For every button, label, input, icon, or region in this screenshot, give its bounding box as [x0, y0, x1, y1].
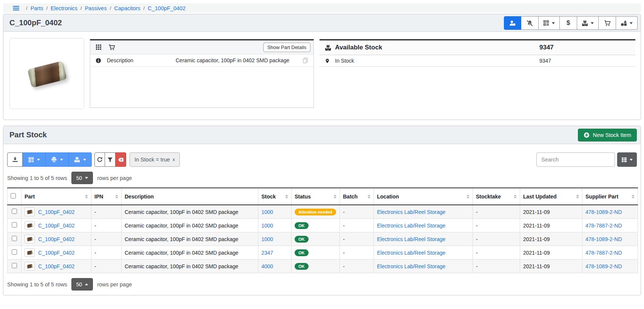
batch-cell: - — [340, 246, 374, 260]
breadcrumb-link-electronics[interactable]: Electronics — [51, 5, 77, 11]
last-updated-cell: 2021-11-09 — [520, 260, 582, 273]
filter-chip-remove[interactable]: x — [173, 157, 175, 162]
barcode-actions-button[interactable] — [539, 16, 560, 30]
print-dropdown-button[interactable] — [46, 152, 69, 167]
toolbar-filter-group — [94, 152, 126, 167]
row-checkbox[interactable] — [12, 236, 17, 241]
stock-link[interactable]: 2347 — [261, 250, 273, 256]
supplier-part-link[interactable]: 478-1089-2-ND — [585, 209, 622, 215]
page-size-button[interactable]: 50 — [71, 278, 93, 291]
sort-icon — [85, 195, 88, 198]
breadcrumb-link-current-part[interactable]: C_100pF_0402 — [148, 5, 185, 11]
filter-chip-in-stock[interactable]: In Stock = true x — [130, 152, 180, 167]
supplier-part-link[interactable]: 478-1089-2-ND — [585, 263, 622, 269]
breadcrumb-separator: / — [144, 5, 145, 11]
batch-cell: - — [340, 219, 374, 232]
bell-slash-icon — [527, 20, 533, 26]
clear-filters-button[interactable] — [116, 152, 126, 167]
info-icon — [96, 58, 107, 63]
part-actions-button[interactable] — [616, 16, 638, 30]
batch-cell: - — [340, 205, 374, 219]
stock-link[interactable]: 1000 — [261, 209, 273, 215]
location-link[interactable]: Electronics Lab/Reel Storage — [377, 263, 445, 269]
status-badge: OK — [295, 222, 309, 229]
part-link[interactable]: C_100pF_0402 — [38, 250, 75, 256]
select-all-header[interactable] — [8, 188, 22, 205]
show-part-details-button[interactable]: Show Part Details — [263, 43, 310, 52]
supplier-part-link[interactable]: 478-1089-2-ND — [585, 236, 622, 242]
column-header-part[interactable]: Part — [22, 188, 91, 205]
location-link[interactable]: Electronics Lab/Reel Storage — [377, 209, 445, 215]
chevron-down-icon — [83, 159, 86, 161]
stock-link[interactable]: 1000 — [261, 236, 273, 242]
row-checkbox[interactable] — [12, 249, 17, 255]
breadcrumb-link-parts[interactable]: Parts — [31, 5, 43, 11]
column-header-status[interactable]: Status — [292, 188, 340, 205]
page-size-button[interactable]: 50 — [71, 172, 93, 184]
column-header-ipn[interactable]: IPN — [91, 188, 122, 205]
column-header-description[interactable]: Description — [122, 188, 258, 205]
search-input[interactable] — [536, 152, 615, 167]
column-header-location[interactable]: Location — [374, 188, 473, 205]
location-link[interactable]: Electronics Lab/Reel Storage — [377, 223, 445, 229]
available-stock-panel: Available Stock 9347 In Stock 9347 — [320, 39, 635, 67]
printer-icon — [51, 157, 57, 163]
stocktake-cell: - — [473, 232, 520, 246]
shopping-cart-icon[interactable] — [108, 44, 115, 51]
grid-icon[interactable] — [96, 44, 102, 50]
part-link[interactable]: C_100pF_0402 — [38, 263, 75, 269]
notifications-off-button[interactable] — [521, 16, 539, 30]
subscribe-button[interactable] — [504, 16, 521, 30]
table-row: C_100pF_0402 - Ceramic capacitor, 100pF … — [8, 219, 638, 232]
part-action-buttons: $ — [504, 16, 638, 30]
barcode-dropdown-button[interactable] — [23, 152, 46, 167]
part-link[interactable]: C_100pF_0402 — [38, 236, 75, 242]
purchase-button[interactable] — [599, 16, 616, 30]
row-checkbox[interactable] — [12, 263, 17, 268]
stock-options-dropdown-button[interactable] — [69, 152, 92, 167]
available-stock-title: Available Stock — [335, 44, 382, 51]
stock-link[interactable]: 1000 — [261, 223, 273, 229]
copy-icon[interactable] — [303, 57, 308, 63]
description-cell: Ceramic capacitor, 100pF in 0402 SMD pac… — [122, 232, 258, 246]
pagination-top: Showing 1 to 5 of 5 rows 50 rows per pag… — [7, 172, 637, 184]
column-header-batch[interactable]: Batch — [340, 188, 374, 205]
ipn-cell: - — [91, 246, 122, 260]
available-stock-total: 9347 — [539, 44, 630, 51]
select-all-checkbox[interactable] — [11, 193, 16, 198]
location-link[interactable]: Electronics Lab/Reel Storage — [377, 236, 445, 242]
row-checkbox[interactable] — [12, 222, 17, 228]
export-button[interactable] — [7, 152, 23, 167]
column-header-stock[interactable]: Stock — [258, 188, 292, 205]
breadcrumb-link-capacitors[interactable]: Capacitors — [114, 5, 140, 11]
refresh-button[interactable] — [94, 152, 105, 167]
part-link[interactable]: C_100pF_0402 — [38, 209, 75, 215]
row-checkbox[interactable] — [12, 209, 17, 214]
new-stock-item-button[interactable]: New Stock Item — [578, 129, 637, 141]
breadcrumb-link-passives[interactable]: Passives — [85, 5, 107, 11]
hamburger-menu-icon[interactable] — [13, 5, 19, 11]
pagination-showing-text: Showing 1 to 5 of 5 rows — [7, 175, 67, 181]
supplier-part-link[interactable]: 478-7887-2-ND — [585, 223, 622, 229]
filter-button[interactable] — [105, 152, 116, 167]
table-header-row: Part IPN Description Stock Status Batch … — [8, 188, 638, 205]
breadcrumb-separator: / — [80, 5, 82, 11]
column-header-last-updated[interactable]: Last Updated — [520, 188, 582, 205]
location-link[interactable]: Electronics Lab/Reel Storage — [377, 250, 445, 256]
pricing-button[interactable]: $ — [560, 16, 577, 30]
part-thumbnail — [25, 248, 35, 257]
column-header-supplier-part[interactable]: Supplier Part — [582, 188, 638, 205]
stock-table: Part IPN Description Stock Status Batch … — [7, 188, 638, 273]
capacitor-image — [27, 61, 67, 88]
supplier-part-link[interactable]: 478-7887-2-ND — [585, 250, 622, 256]
stock-link[interactable]: 4000 — [261, 263, 273, 269]
stock-actions-button[interactable] — [577, 16, 599, 30]
columns-dropdown-button[interactable] — [617, 152, 637, 167]
status-badge: OK — [295, 249, 309, 256]
status-badge: OK — [295, 236, 309, 243]
last-updated-cell: 2021-11-09 — [520, 205, 582, 219]
part-image[interactable] — [9, 38, 84, 109]
part-link[interactable]: C_100pF_0402 — [38, 223, 75, 229]
column-header-stocktake[interactable]: Stocktake — [473, 188, 520, 205]
page-size-value: 50 — [76, 281, 82, 287]
